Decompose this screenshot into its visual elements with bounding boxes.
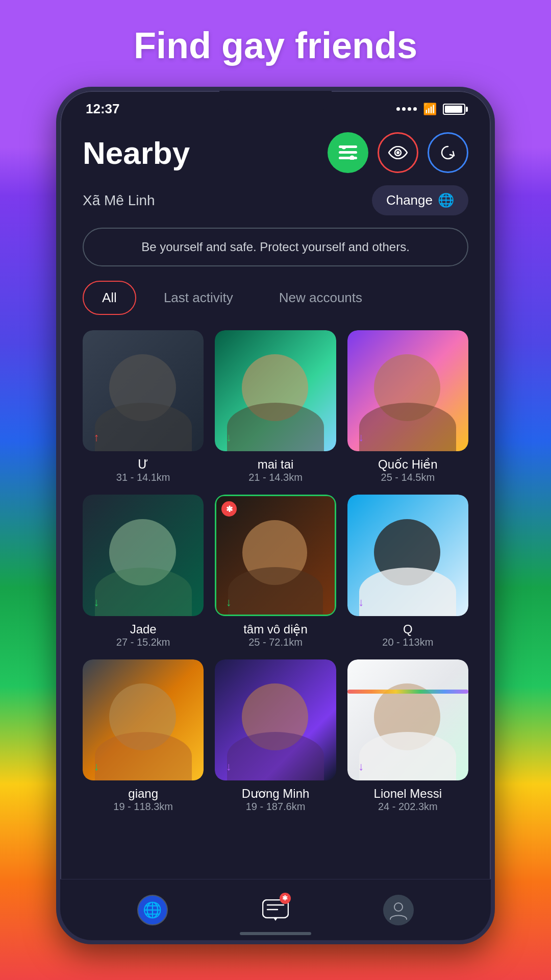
profiles-grid: ↑ Ư 31 - 14.1km ↓ bbox=[83, 330, 468, 813]
profile-info: 25 - 72.1km bbox=[215, 636, 336, 648]
change-label: Change bbox=[386, 192, 433, 208]
refresh-button[interactable] bbox=[428, 132, 468, 173]
profile-name: Quốc Hiền bbox=[347, 457, 468, 472]
profile-info: 19 - 118.3km bbox=[83, 801, 204, 813]
profile-info: 25 - 14.5km bbox=[347, 472, 468, 483]
location-row: Xã Mê Linh Change 🌐 bbox=[83, 185, 468, 215]
profile-name: Jade bbox=[83, 622, 204, 636]
message-badge: ✱ bbox=[280, 893, 291, 904]
profile-name: tâm vô diện bbox=[215, 622, 336, 636]
status-time: 12:37 bbox=[86, 101, 120, 117]
svg-point-7 bbox=[396, 151, 399, 154]
header-actions bbox=[328, 132, 468, 173]
profile-card[interactable]: ↓ Quốc Hiền 25 - 14.5km bbox=[347, 330, 468, 483]
eye-button[interactable] bbox=[378, 132, 418, 173]
page-wrapper: Find gay friends 12:37 📶 Nearby bbox=[0, 0, 551, 944]
profile-info: 24 - 202.3km bbox=[347, 801, 468, 813]
filter-button[interactable] bbox=[328, 132, 368, 173]
profile-info: 27 - 15.2km bbox=[83, 636, 204, 648]
hero-title: Find gay friends bbox=[0, 0, 551, 87]
nav-item-nearby[interactable]: 🌐 bbox=[137, 895, 168, 925]
bottom-nav: 🌐 ✱ bbox=[60, 879, 491, 940]
profile-card[interactable]: ↓ mai tai 21 - 14.3km bbox=[215, 330, 336, 483]
svg-point-4 bbox=[349, 156, 355, 160]
tab-all[interactable]: All bbox=[83, 281, 136, 315]
profile-info: 31 - 14.1km bbox=[83, 472, 204, 483]
status-right: 📶 bbox=[396, 103, 465, 116]
wifi-icon: 📶 bbox=[423, 103, 437, 116]
svg-point-3 bbox=[341, 145, 346, 150]
profile-name: mai tai bbox=[215, 457, 336, 472]
profile-name: giang bbox=[83, 787, 204, 801]
profile-card[interactable]: ↑ Ư 31 - 14.1km bbox=[83, 330, 204, 483]
tab-last-activity[interactable]: Last activity bbox=[145, 282, 252, 314]
nav-item-messages[interactable]: ✱ bbox=[260, 895, 291, 925]
profile-info: 19 - 187.6km bbox=[215, 801, 336, 813]
profile-name: Lionel Messi bbox=[347, 787, 468, 801]
phone-notch bbox=[219, 91, 332, 111]
battery-icon bbox=[443, 104, 465, 115]
profile-card[interactable]: ✱ ↓ tâm vô diện 25 - 72.1km bbox=[215, 495, 336, 648]
profile-info: 21 - 14.3km bbox=[215, 472, 336, 483]
profile-name: Q bbox=[347, 622, 468, 636]
svg-rect-1 bbox=[339, 151, 357, 154]
globe-nav-icon: 🌐 bbox=[137, 895, 168, 925]
profile-card[interactable]: ↓ Lionel Messi 24 - 202.3km bbox=[347, 659, 468, 813]
nav-item-profile[interactable] bbox=[383, 895, 414, 925]
filter-tabs: All Last activity New accounts bbox=[83, 281, 468, 315]
location-text: Xã Mê Linh bbox=[83, 192, 155, 209]
safety-banner: Be yourself and safe. Protect yourself a… bbox=[83, 228, 468, 266]
profile-info: 20 - 113km bbox=[347, 636, 468, 648]
nearby-title: Nearby bbox=[83, 135, 190, 171]
svg-point-9 bbox=[394, 903, 403, 911]
profile-name: Dương Minh bbox=[215, 787, 336, 801]
profile-card[interactable]: ↓ Q 20 - 113km bbox=[347, 495, 468, 648]
home-indicator bbox=[240, 932, 311, 935]
tab-new-accounts[interactable]: New accounts bbox=[261, 282, 381, 314]
change-location-button[interactable]: Change 🌐 bbox=[372, 185, 468, 215]
profile-name: Ư bbox=[83, 457, 204, 472]
header-row: Nearby bbox=[83, 132, 468, 173]
profile-card[interactable]: ↓ Dương Minh 19 - 187.6km bbox=[215, 659, 336, 813]
app-content: Nearby bbox=[60, 122, 491, 823]
signal-dots bbox=[396, 107, 417, 111]
profile-card[interactable]: ↓ Jade 27 - 15.2km bbox=[83, 495, 204, 648]
person-nav-icon bbox=[383, 895, 414, 925]
profile-card[interactable]: ↓ giang 19 - 118.3km bbox=[83, 659, 204, 813]
phone-frame: 12:37 📶 Nearby bbox=[56, 87, 495, 944]
globe-icon: 🌐 bbox=[438, 192, 454, 208]
